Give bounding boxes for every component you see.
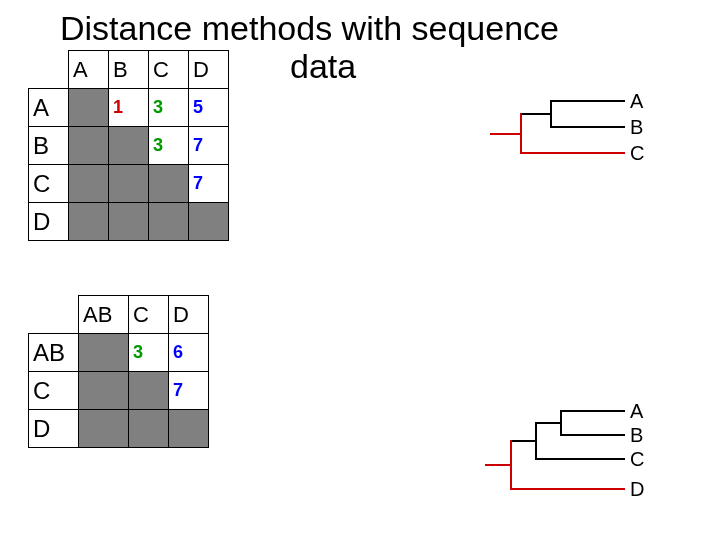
tree2-tip-C: C bbox=[630, 446, 644, 472]
tree1-tip-C: C bbox=[630, 140, 644, 166]
tree1-tip-A: A bbox=[630, 88, 643, 114]
m1-cell-A-D: 5 bbox=[189, 89, 229, 127]
m2-row-D: D bbox=[29, 410, 79, 448]
m1-row-C: C bbox=[29, 165, 69, 203]
tree2-tip-D: D bbox=[630, 476, 644, 502]
m1-col-D: D bbox=[189, 51, 229, 89]
m1-col-B: B bbox=[109, 51, 149, 89]
m1-cell-A-C: 3 bbox=[149, 89, 189, 127]
m1-cell-B-C: 3 bbox=[149, 127, 189, 165]
page-title-line1: Distance methods with sequence bbox=[60, 10, 559, 47]
m2-cell-C-D: 7 bbox=[169, 372, 209, 410]
phylo-tree-1: A B C bbox=[480, 88, 680, 178]
distance-matrix-2: AB C D AB 3 6 C 7 D bbox=[28, 295, 209, 448]
m1-row-A: A bbox=[29, 89, 69, 127]
m2-col-D: D bbox=[169, 296, 209, 334]
m1-row-B: B bbox=[29, 127, 69, 165]
phylo-tree-2: A B C D bbox=[480, 398, 680, 518]
m2-col-AB: AB bbox=[79, 296, 129, 334]
m1-cell-B-D: 7 bbox=[189, 127, 229, 165]
m2-row-AB: AB bbox=[29, 334, 79, 372]
m2-cell-AB-C: 3 bbox=[129, 334, 169, 372]
tree2-tip-B: B bbox=[630, 422, 643, 448]
m2-row-C: C bbox=[29, 372, 79, 410]
tree2-tip-A: A bbox=[630, 398, 643, 424]
m1-cell-A-B: 1 bbox=[109, 89, 149, 127]
m1-col-A: A bbox=[69, 51, 109, 89]
page-title-line2: data bbox=[290, 48, 356, 85]
m2-col-C: C bbox=[129, 296, 169, 334]
m1-row-D: D bbox=[29, 203, 69, 241]
distance-matrix-1: A B C D A 1 3 5 B 3 7 C 7 D bbox=[28, 50, 229, 241]
m1-col-C: C bbox=[149, 51, 189, 89]
tree1-tip-B: B bbox=[630, 114, 643, 140]
m1-cell-C-D: 7 bbox=[189, 165, 229, 203]
m2-cell-AB-D: 6 bbox=[169, 334, 209, 372]
